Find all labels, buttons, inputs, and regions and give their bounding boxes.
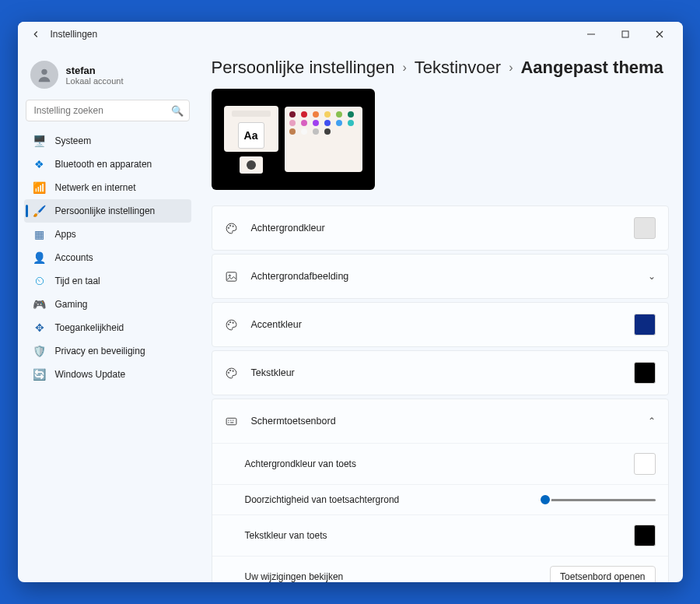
chevron-up-icon: ⌃ [648,416,656,427]
row-background-image[interactable]: Achtergrondafbeelding ⌄ [212,255,668,298]
row-accent-color[interactable]: Accentkleur [212,303,668,346]
nav-icon: 👤 [33,251,46,264]
nav-icon: 🖥️ [33,135,46,147]
nav-icon: ❖ [33,158,46,170]
sidebar-item-10[interactable]: 🔄Windows Update [24,363,191,386]
breadcrumb-current: Aangepast thema [520,58,663,78]
avatar [30,61,58,89]
breadcrumb: Persoonlijke instellingen › Tekstinvoer … [212,58,669,78]
svg-point-11 [228,372,229,373]
palette-icon [225,222,239,235]
chevron-right-icon: › [509,61,513,75]
svg-point-5 [233,225,233,226]
svg-point-3 [228,227,229,228]
close-button[interactable] [642,23,677,46]
keyboard-icon [225,415,239,428]
image-icon [225,270,239,283]
row-text-color[interactable]: Tekstkleur [212,351,668,395]
user-block[interactable]: stefan Lokaal account [24,53,191,100]
sidebar-item-4[interactable]: ▦Apps [24,223,191,246]
accent-color-swatch[interactable] [634,314,656,335]
breadcrumb-textinput[interactable]: Tekstinvoer [415,58,501,78]
nav-icon: ⏲ [33,275,46,287]
sidebar: stefan Lokaal account 🔍 🖥️Systeem❖Blueto… [18,47,198,582]
chevron-down-icon: ⌄ [648,271,656,282]
nav-icon: ▦ [33,228,46,241]
preview-mic [240,156,263,174]
svg-point-8 [228,324,229,325]
key-text-swatch[interactable] [634,525,656,546]
nav-icon: 🖌️ [33,205,46,217]
bg-color-swatch[interactable] [634,217,656,239]
key-bg-swatch[interactable] [634,453,656,475]
svg-point-4 [229,225,230,226]
svg-point-2 [41,69,47,75]
window-title: Instellingen [51,29,98,40]
minimize-button[interactable] [574,23,608,46]
row-key-bg-color[interactable]: Achtergrondkleur van toets [212,443,668,484]
nav-icon: 📶 [33,181,46,194]
opacity-slider[interactable] [539,499,656,501]
svg-point-9 [229,321,230,322]
svg-rect-1 [622,31,628,37]
nav-icon: 🔄 [33,368,46,381]
svg-rect-14 [226,418,236,425]
settings-window: Instellingen stefan Lokaal account 🔍 🖥️S… [18,22,683,582]
svg-point-12 [229,370,230,370]
sidebar-item-8[interactable]: ✥Toegankelijkheid [24,316,191,339]
svg-point-10 [233,321,233,322]
row-osk-header[interactable]: Schermtoetsenbord ⌃ [212,399,668,443]
search-box[interactable]: 🔍 [26,100,190,121]
svg-rect-6 [226,272,236,280]
sidebar-item-3[interactable]: 🖌️Persoonlijke instellingen [24,199,191,223]
row-key-text-color[interactable]: Tekstkleur van toets [212,514,668,556]
sidebar-item-9[interactable]: 🛡️Privacy en beveiliging [24,339,191,363]
sidebar-item-6[interactable]: ⏲Tijd en taal [24,269,191,293]
open-keyboard-button[interactable]: Toetsenbord openen [550,566,655,582]
sidebar-item-0[interactable]: 🖥️Systeem [24,129,191,153]
nav: 🖥️Systeem❖Bluetooth en apparaten📶Netwerk… [24,129,191,386]
text-color-swatch[interactable] [634,362,656,384]
nav-icon: 🎮 [33,298,46,311]
theme-preview: Aa [212,89,375,190]
window-controls [574,23,677,46]
back-button[interactable] [24,23,47,46]
breadcrumb-personalization[interactable]: Persoonlijke instellingen [212,58,395,78]
main-content[interactable]: Persoonlijke instellingen › Tekstinvoer … [198,47,683,582]
search-icon: 🔍 [171,105,184,117]
user-name: stefan [66,65,124,76]
row-key-opacity[interactable]: Doorzichtigheid van toetsachtergrond [212,484,668,514]
nav-icon: 🛡️ [33,345,46,357]
palette-icon [225,318,239,332]
nav-icon: ✥ [33,321,46,334]
sidebar-item-7[interactable]: 🎮Gaming [24,293,191,316]
row-background-color[interactable]: Achtergrondkleur [212,206,668,250]
palette-icon [225,367,239,380]
sidebar-item-5[interactable]: 👤Accounts [24,246,191,269]
sidebar-item-1[interactable]: ❖Bluetooth en apparaten [24,153,191,176]
svg-point-7 [229,275,230,276]
maximize-button[interactable] [608,23,642,46]
slider-thumb[interactable] [539,493,551,506]
search-input[interactable] [26,100,190,121]
titlebar: Instellingen [18,22,683,47]
user-subtitle: Lokaal account [66,76,124,86]
preview-keyboard: Aa [224,106,278,152]
preview-palette [285,107,362,172]
svg-point-13 [233,370,233,370]
row-view-changes: Uw wijzigingen bekijken Toetsenbord open… [212,556,668,582]
sidebar-item-2[interactable]: 📶Netwerk en internet [24,176,191,199]
chevron-right-icon: › [403,61,407,75]
